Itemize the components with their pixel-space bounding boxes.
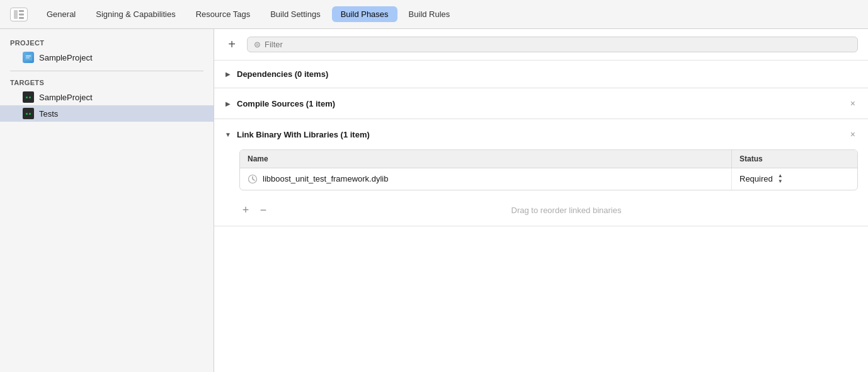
- project-section-label: PROJECT: [0, 37, 214, 49]
- tab-build-settings[interactable]: Build Settings: [261, 6, 329, 22]
- dependencies-arrow: ▶: [224, 71, 232, 78]
- target-sample-label: SampleProject: [39, 93, 93, 102]
- library-table: Name Status libboost_unit_test_framework…: [239, 149, 858, 190]
- svg-rect-2: [19, 13, 24, 15]
- sidebar-toggle-button[interactable]: [10, 8, 28, 21]
- col-name-header: Name: [240, 150, 731, 168]
- filter-input-wrap: ⊜: [247, 37, 858, 52]
- target-tests-icon: [23, 108, 34, 119]
- drag-hint: Drag to reorder linked binaries: [275, 206, 858, 215]
- sidebar-item-sample-project[interactable]: SampleProject: [0, 89, 214, 105]
- sidebar-item-tests[interactable]: Tests: [0, 105, 214, 122]
- row-name-cell: libboost_unit_test_framework.dylib: [240, 169, 731, 189]
- phase-compile-sources-header[interactable]: ▶ Compile Sources (1 item) ×: [214, 88, 868, 119]
- link-binary-title: Link Binary With Libraries (1 item): [237, 130, 843, 139]
- tab-general[interactable]: General: [38, 6, 84, 22]
- sidebar-item-project[interactable]: SampleProject: [0, 49, 214, 66]
- table-row: libboost_unit_test_framework.dylib Requi…: [240, 168, 857, 190]
- filter-icon: ⊜: [254, 40, 261, 49]
- tab-build-rules[interactable]: Build Rules: [400, 6, 459, 22]
- compile-sources-arrow: ▶: [224, 100, 232, 107]
- remove-library-button[interactable]: −: [257, 204, 270, 217]
- phase-link-binary: ▼ Link Binary With Libraries (1 item) × …: [214, 119, 868, 226]
- svg-rect-1: [19, 10, 24, 12]
- row-status-cell[interactable]: Required ▲ ▼: [731, 168, 857, 190]
- filter-input[interactable]: [265, 40, 851, 49]
- dylib-icon: [248, 174, 258, 184]
- link-binary-arrow: ▼: [224, 131, 232, 138]
- svg-rect-6: [26, 57, 30, 59]
- phase-dependencies-header[interactable]: ▶ Dependencies (0 items): [214, 61, 868, 88]
- col-status-header: Status: [731, 150, 857, 168]
- lib-name: libboost_unit_test_framework.dylib: [263, 174, 388, 183]
- dependencies-title: Dependencies (0 items): [237, 69, 858, 79]
- tab-resource-tags[interactable]: Resource Tags: [187, 6, 259, 22]
- content-toolbar: + ⊜: [214, 29, 868, 61]
- tab-build-phases[interactable]: Build Phases: [332, 6, 397, 22]
- targets-section-label: TARGETS: [0, 76, 214, 89]
- tab-signing[interactable]: Signing & Capabilities: [87, 6, 184, 22]
- link-binary-close-button[interactable]: ×: [848, 128, 858, 141]
- add-phase-button[interactable]: +: [224, 37, 239, 52]
- compile-sources-title: Compile Sources (1 item): [237, 99, 843, 108]
- target-tests-label: Tests: [39, 109, 58, 119]
- phase-dependencies: ▶ Dependencies (0 items): [214, 61, 868, 88]
- phase-compile-sources: ▶ Compile Sources (1 item) ×: [214, 88, 868, 119]
- stepper-down-icon: ▼: [778, 179, 783, 185]
- tab-bar: General Signing & Capabilities Resource …: [0, 0, 868, 29]
- library-table-header: Name Status: [240, 150, 857, 168]
- compile-sources-close-button[interactable]: ×: [848, 97, 858, 110]
- phase-link-binary-header[interactable]: ▼ Link Binary With Libraries (1 item) ×: [214, 119, 868, 149]
- status-stepper[interactable]: ▲ ▼: [778, 173, 783, 185]
- svg-rect-3: [19, 17, 24, 19]
- sidebar-divider: [10, 71, 203, 71]
- main-layout: PROJECT SampleProject TARGETS SampleProj…: [0, 29, 868, 372]
- project-icon: [23, 52, 34, 63]
- lib-status: Required: [740, 174, 773, 183]
- target-sample-icon: [23, 91, 34, 103]
- library-footer: + − Drag to reorder linked binaries: [214, 198, 868, 226]
- svg-rect-5: [26, 55, 31, 57]
- project-name: SampleProject: [39, 53, 93, 62]
- add-library-button[interactable]: +: [239, 204, 252, 217]
- sidebar: PROJECT SampleProject TARGETS SampleProj…: [0, 29, 214, 372]
- content-area: + ⊜ ▶ Dependencies (0 items) ▶ Compile S…: [214, 29, 868, 372]
- svg-rect-0: [14, 10, 18, 19]
